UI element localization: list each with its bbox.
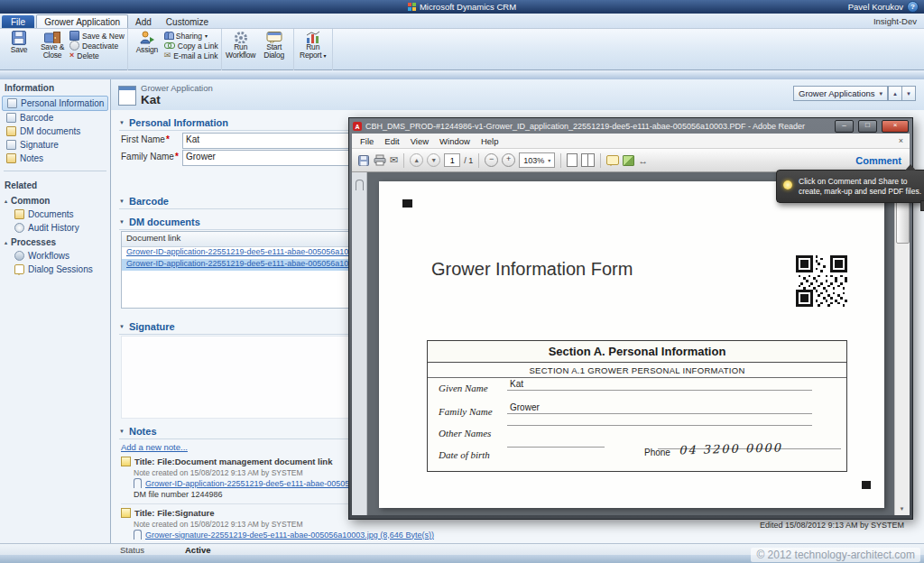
pdf-window-titlebar[interactable]: A CBH_DMS_PROD-#1244986-v1-Grower_ID_app… [352, 119, 910, 134]
family-name-value: Grower [507, 402, 812, 414]
save-new-icon [69, 31, 79, 41]
attachments-panel-icon[interactable] [356, 180, 364, 190]
attachment-link[interactable]: Grower-signature-22551219-dee5-e111-abae… [145, 531, 434, 540]
sidebar-item-personal-information[interactable]: Personal Information [2, 96, 108, 111]
entity-icon [118, 86, 136, 106]
pdf-navigation-strip [352, 172, 367, 515]
run-workflow-button[interactable]: Run Workflow [225, 30, 257, 60]
zoom-out-button[interactable]: − [485, 153, 498, 167]
zoom-in-button[interactable]: + [502, 153, 515, 167]
sidebar-item-notes[interactable]: Notes [0, 152, 110, 165]
copy-link-button[interactable]: Copy a Link [164, 41, 218, 51]
watermark: © 2012 technology-architect.com [751, 548, 920, 562]
sidebar-common-group[interactable]: ▴Common [0, 193, 110, 208]
family-name-label: Family Name [439, 406, 493, 417]
next-record-button[interactable]: ▼ [901, 86, 916, 101]
assign-button[interactable]: Assign [131, 30, 163, 60]
user-name: Pavel Korukov [848, 2, 903, 12]
pdf-print-button[interactable] [374, 154, 386, 166]
sidebar-item-audit-history[interactable]: Audit History [0, 221, 110, 235]
given-name-value: Kat [507, 379, 812, 391]
menu-view[interactable]: View [405, 135, 434, 147]
note-icon [121, 508, 131, 518]
record-set-lookup[interactable]: Grower Applications▾ [793, 86, 888, 101]
minimize-button[interactable]: – [835, 120, 854, 133]
add-note-link[interactable]: Add a new note... [121, 442, 188, 452]
workflow-gear-icon [233, 30, 249, 43]
folder-icon [14, 209, 24, 219]
maximize-button[interactable]: □ [858, 120, 877, 133]
sidebar-divider [4, 171, 106, 171]
scroll-down-icon[interactable]: ▼ [895, 503, 909, 515]
comment-pane-button[interactable]: Comment [855, 155, 904, 166]
highlight-tool-button[interactable] [623, 155, 634, 166]
email-icon: ✉ [164, 51, 171, 60]
section-a1-subtitle: SECTION A.1 GROWER PERSONAL INFORMATION [428, 363, 846, 378]
required-marker: * [166, 134, 170, 144]
start-dialog-button[interactable]: Start Dialog [258, 30, 291, 60]
pdf-save-button[interactable] [357, 154, 370, 167]
record-name: Kat [141, 93, 161, 106]
save-button[interactable]: Save [3, 30, 35, 60]
first-name-label: First Name* [121, 134, 170, 144]
page-number-input[interactable] [444, 153, 460, 167]
menu-file[interactable]: File [355, 135, 379, 147]
note-icon [121, 457, 131, 466]
delete-icon: × [69, 51, 74, 60]
note-extra-text: DM file number 1244986 [134, 490, 223, 499]
tab-add[interactable]: Add [128, 15, 159, 28]
previous-page-button[interactable]: ▲ [410, 153, 423, 167]
sharing-button[interactable]: Sharing▾ [164, 31, 218, 41]
note-created-text: Note created on 15/08/2012 9:13 AM by SY… [134, 520, 303, 529]
previous-record-button[interactable]: ▲ [888, 86, 902, 101]
sharing-icon [164, 32, 173, 40]
tab-grower-application[interactable]: Grower Application [36, 14, 128, 28]
save-and-new-button[interactable]: Save & New [69, 31, 125, 41]
required-marker: * [175, 152, 179, 162]
menu-edit[interactable]: Edit [379, 135, 404, 147]
sidebar-item-signature[interactable]: Signature [0, 138, 110, 152]
menu-window[interactable]: Window [434, 135, 476, 147]
pdf-content-area: Grower Information Form [352, 172, 910, 515]
single-page-view-button[interactable] [567, 153, 578, 167]
zoom-level-dropdown[interactable]: 103%▾ [519, 152, 555, 168]
sticky-note-tool-button[interactable] [606, 155, 619, 165]
entity-name: Grower Application [141, 83, 213, 93]
menu-help[interactable]: Help [476, 135, 504, 147]
email-link-button[interactable]: ✉E-mail a Link [164, 51, 218, 60]
sidebar-item-workflows[interactable]: Workflows [0, 249, 110, 263]
window-title: Microsoft Dynamics CRM [420, 2, 516, 12]
save-and-close-button[interactable]: Save & Close [36, 30, 69, 60]
sidebar-item-barcode[interactable]: Barcode [0, 111, 110, 125]
document-icon [6, 126, 16, 136]
next-page-button[interactable]: ▼ [427, 153, 440, 167]
ribbon-tab-row: File Grower Application Add Customize In… [0, 14, 924, 29]
run-report-button[interactable]: Run Report ▾ [297, 30, 329, 60]
sidebar-processes-group[interactable]: ▴Processes [0, 235, 110, 249]
tab-customize[interactable]: Customize [159, 15, 216, 28]
help-icon[interactable]: ? [907, 1, 919, 13]
pdf-scrollbar[interactable]: ▲ ▼ [894, 172, 910, 515]
family-name-label: Family Name* [121, 152, 179, 162]
date-of-birth-value [507, 446, 605, 448]
edited-info: Edited 15/08/2012 9:13 AM by SYSTEM [760, 521, 904, 530]
sidebar-item-documents[interactable]: Documents [0, 208, 110, 221]
section-caret-icon: ▼ [119, 198, 125, 204]
deactivate-button[interactable]: Deactivate [69, 41, 125, 51]
close-button[interactable]: × [882, 120, 909, 133]
sidebar-item-dialog-sessions[interactable]: Dialog Sessions [0, 263, 110, 276]
ribbon-bottom-strip [0, 70, 924, 79]
pdf-section-a-table: Section A. Personal Information SECTION … [427, 340, 847, 472]
tab-file[interactable]: File [2, 15, 34, 28]
pdf-email-button[interactable]: ✉ [390, 154, 398, 166]
share-arrows-icon[interactable]: ↔ [638, 155, 648, 166]
tooltip-close-icon[interactable]: × [920, 200, 924, 211]
two-page-view-button[interactable] [581, 153, 595, 167]
sidebar-item-dm-documents[interactable]: DM documents [0, 125, 110, 138]
zoom-caret-icon: ▾ [548, 157, 550, 163]
ribbon: Save Save & Close Save & New Deactivate … [0, 29, 924, 70]
close-document-icon[interactable]: × [895, 136, 907, 145]
note-attachment: Grower-signature-22551219-dee5-e111-abae… [134, 530, 434, 540]
delete-button[interactable]: ×Delete [69, 51, 125, 60]
toolbar-separator [478, 153, 479, 168]
